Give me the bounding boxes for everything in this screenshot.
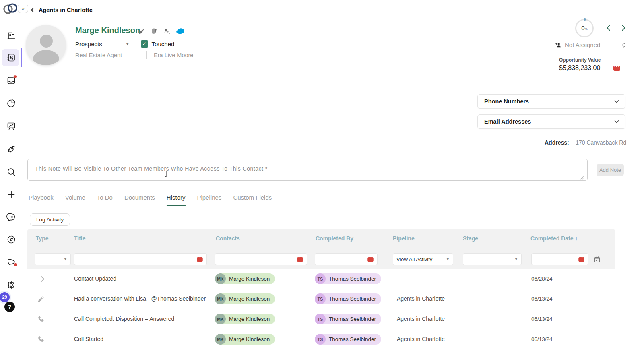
avatar: TS — [315, 314, 326, 324]
plus-icon[interactable] — [6, 190, 16, 199]
contacts-book-icon[interactable] — [6, 53, 16, 62]
autofill-badge-icon — [578, 257, 584, 261]
tab-pipelines[interactable]: Pipelines — [197, 194, 222, 206]
contact-pill[interactable]: MKMarge Kindleson — [215, 293, 275, 304]
type-filter-select[interactable]: ▼ — [35, 253, 71, 265]
phone-numbers-accordion[interactable]: Phone Numbers — [477, 94, 625, 109]
rocket-icon[interactable] — [6, 144, 16, 154]
notification-count-badge[interactable]: 29 — [0, 292, 10, 302]
next-contact-button[interactable] — [620, 24, 627, 31]
avatar: TS — [315, 293, 326, 304]
cards-stack-icon[interactable] — [151, 27, 158, 35]
avatar: MK — [215, 273, 226, 284]
date-filter-input[interactable] — [531, 253, 588, 265]
back-chevron-icon[interactable] — [30, 7, 35, 13]
table-row[interactable]: Contact Updated MKMarge Kindleson TSThom… — [27, 269, 615, 289]
touched-label: Touched — [152, 41, 175, 48]
address-label: Address: — [545, 139, 569, 146]
stage-caret-icon[interactable]: ▼ — [126, 42, 130, 46]
email-addresses-accordion[interactable]: Email Addresses — [477, 114, 625, 129]
phone-icon — [36, 335, 46, 344]
pie-chart-icon[interactable] — [6, 99, 16, 108]
touched-checkbox[interactable]: ✓ — [141, 40, 148, 48]
autofill-badge-icon[interactable] — [613, 66, 620, 71]
pipeline-filter-select[interactable]: View All Activity▼ — [393, 253, 453, 265]
breadcrumb: Agents in Charlotte — [30, 7, 93, 13]
avatar: MK — [215, 293, 226, 304]
table-row[interactable]: Call Started MKMarge Kindleson TSThomas … — [27, 329, 615, 347]
col-completed-by[interactable]: Completed By — [316, 235, 353, 242]
log-activity-button[interactable]: Log Activity — [30, 213, 70, 226]
inbox-alert-dot — [13, 75, 17, 78]
row-date: 06/28/24 — [531, 276, 553, 282]
col-pipeline[interactable]: Pipeline — [393, 235, 415, 242]
col-title[interactable]: Title — [74, 235, 86, 242]
salesforce-icon[interactable] — [176, 28, 185, 35]
tab-documents[interactable]: Documents — [124, 194, 155, 206]
tag-icon[interactable] — [6, 257, 16, 267]
breadcrumb-label[interactable]: Agents in Charlotte — [39, 7, 93, 13]
pencil-icon — [36, 294, 46, 304]
note-input[interactable] — [27, 159, 588, 181]
col-contacts[interactable]: Contacts — [216, 235, 240, 242]
sidebar-expand-button[interactable]: » — [18, 4, 28, 13]
title-filter-input[interactable] — [74, 253, 207, 265]
row-title: Contact Updated — [74, 275, 116, 282]
tab-volume[interactable]: Volume — [65, 194, 85, 206]
completed-by-pill[interactable]: TSThomas Seelbinder — [315, 293, 381, 304]
tab-custom-fields[interactable]: Custom Fields — [233, 194, 272, 206]
avatar: TS — [315, 334, 326, 345]
calendar-icon[interactable] — [594, 256, 601, 263]
gauge-marker-dot — [584, 18, 586, 21]
contact-name: Marge Kindleson — [75, 26, 140, 35]
contacts-filter-input[interactable] — [215, 253, 307, 265]
row-pipeline: Agents in Charlotte — [397, 336, 445, 342]
detail-tabs: Playbook Volume To Do Documents History … — [29, 194, 272, 206]
table-row[interactable]: Had a conversation with Lisa - @Thomas S… — [27, 289, 615, 309]
row-date: 06/13/24 — [531, 316, 553, 322]
tag-alert-dot — [14, 263, 17, 266]
progress-gauge: 0% — [575, 19, 594, 37]
presentation-chart-icon[interactable] — [6, 121, 16, 131]
col-completed-date[interactable]: Completed Date ↓ — [530, 235, 578, 242]
tab-todo[interactable]: To Do — [97, 194, 113, 206]
edit-pencil-icon[interactable] — [138, 28, 145, 35]
assigned-select[interactable]: Not Assigned — [555, 41, 626, 48]
select-stepper-icon[interactable] — [622, 42, 626, 48]
sort-desc-icon: ↓ — [575, 235, 578, 242]
caret-down-icon: ▼ — [446, 257, 450, 261]
opportunity-value[interactable]: $5,838,233.00 — [559, 64, 600, 72]
assign-user-icon — [555, 42, 562, 48]
tab-history[interactable]: History — [167, 194, 186, 206]
compass-icon[interactable] — [6, 235, 16, 244]
help-button[interactable]: ? — [4, 302, 15, 312]
prev-contact-button[interactable] — [605, 24, 612, 31]
phone-icon — [36, 314, 46, 324]
table-row[interactable]: Call Completed: Disposition = Answered M… — [27, 309, 615, 329]
buildings-icon[interactable] — [6, 31, 16, 40]
history-table: Type Title Contacts Completed By Pipelin… — [27, 229, 615, 347]
contact-pill[interactable]: MKMarge Kindleson — [215, 334, 275, 345]
stage-filter-select[interactable]: ▼ — [463, 253, 522, 265]
chat-icon[interactable] — [6, 212, 16, 222]
settings-gear-icon[interactable] — [6, 280, 16, 290]
contact-pill[interactable]: MKMarge Kindleson — [215, 273, 275, 284]
divider — [146, 51, 147, 59]
completed-by-pill[interactable]: TSThomas Seelbinder — [315, 273, 381, 284]
search-icon[interactable] — [6, 167, 16, 177]
completed-by-pill[interactable]: TSThomas Seelbinder — [315, 314, 381, 324]
completed-by-pill[interactable]: TSThomas Seelbinder — [315, 334, 381, 345]
stage-select-value[interactable]: Prospects — [75, 41, 102, 48]
col-type[interactable]: Type — [36, 235, 49, 242]
completed-by-filter-input[interactable] — [315, 253, 378, 265]
chevron-down-icon — [614, 99, 619, 104]
add-note-button[interactable]: Add Note — [597, 164, 624, 176]
autofill-badge-icon — [367, 257, 373, 261]
autofill-badge-icon — [197, 257, 202, 261]
tab-playbook[interactable]: Playbook — [29, 194, 54, 206]
inbox-icon[interactable] — [6, 76, 16, 85]
app-logo-icon[interactable] — [2, 2, 18, 14]
person-search-icon[interactable] — [163, 28, 171, 35]
contact-pill[interactable]: MKMarge Kindleson — [215, 314, 275, 324]
col-stage[interactable]: Stage — [463, 235, 478, 242]
